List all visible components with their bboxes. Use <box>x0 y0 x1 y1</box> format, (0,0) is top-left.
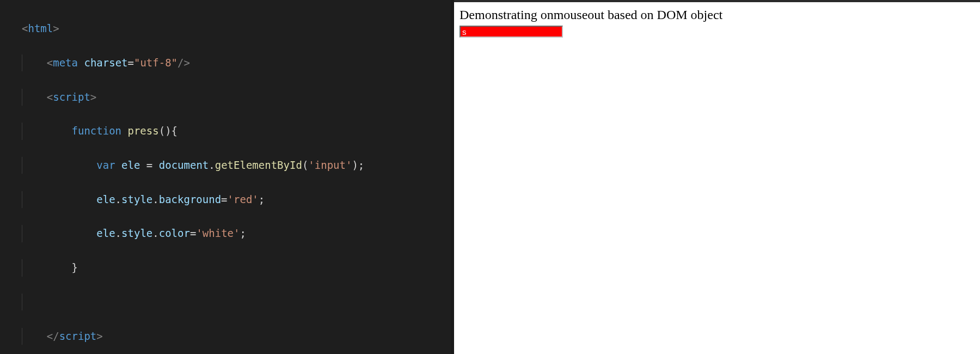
prop-background: background <box>159 193 221 205</box>
tag-script-close: script <box>59 330 97 342</box>
kw-function: function <box>72 125 122 137</box>
prop-color: color <box>159 227 190 239</box>
attr-charset-value: "utf-8" <box>134 57 177 69</box>
ident-ele: ele <box>121 159 140 171</box>
attr-charset: charset <box>84 57 127 69</box>
code-content: <html> <meta charset="utf-8"/> <script> … <box>0 0 451 354</box>
browser-preview-pane: Demonstrating onmouseout based on DOM ob… <box>454 0 980 354</box>
obj-document: document <box>159 159 209 171</box>
str-input: 'input' <box>308 159 352 171</box>
fn-press: press <box>127 125 158 137</box>
str-red: 'red' <box>228 193 259 205</box>
demo-text-input[interactable] <box>460 26 563 38</box>
fn-getelementbyid: getElementById <box>215 159 302 171</box>
tag-script-open: script <box>53 91 90 103</box>
code-editor-pane[interactable]: <html> <meta charset="utf-8"/> <script> … <box>0 0 451 354</box>
kw-var: var <box>96 159 115 171</box>
tag-html-open: html <box>28 22 53 34</box>
str-white: 'white' <box>196 227 240 239</box>
workspace: <html> <meta charset="utf-8"/> <script> … <box>0 0 980 354</box>
tag-meta: meta <box>53 57 78 69</box>
preview-heading: Demonstrating onmouseout based on DOM ob… <box>460 8 975 22</box>
